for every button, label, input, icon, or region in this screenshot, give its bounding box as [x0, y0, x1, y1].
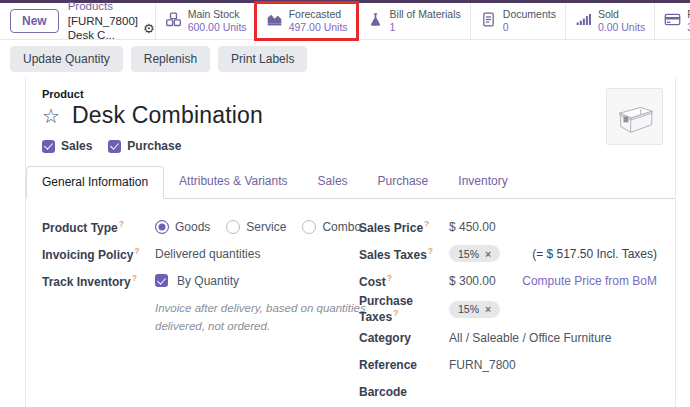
compute-price-from-bom-link[interactable]: Compute Price from BoM — [522, 274, 657, 288]
reference-value[interactable]: FURN_7800 — [449, 358, 516, 372]
credit-card-icon — [664, 11, 681, 31]
radio-dot-icon — [155, 220, 169, 234]
record-kind-label: Product — [42, 88, 659, 100]
invoicing-policy-label: Invoicing Policy? — [42, 246, 155, 262]
checkbox-checked-icon — [42, 140, 55, 153]
tab-sales[interactable]: Sales — [303, 166, 363, 199]
sales-checkbox[interactable]: Sales — [42, 139, 92, 153]
category-label: Category — [359, 331, 449, 345]
tab-purchase[interactable]: Purchase — [363, 166, 444, 199]
product-form-sheet: Product ☆ Desk Combination Sales Purchas… — [25, 78, 676, 407]
help-icon[interactable]: ? — [134, 246, 139, 256]
stat-purchased[interactable]: Purchased 300.00 Units — [654, 3, 690, 39]
track-inventory-value[interactable]: By Quantity — [177, 274, 239, 288]
sales-taxes-label: Sales Taxes? — [359, 246, 449, 262]
purchase-taxes-label: Purchase Taxes? — [359, 294, 449, 324]
barcode-row: Barcode — [359, 378, 659, 405]
stat-value: 600.00 Units — [188, 21, 247, 34]
signal-bars-icon — [575, 11, 592, 31]
flask-icon — [367, 11, 384, 31]
help-icon[interactable]: ? — [132, 273, 137, 283]
remove-tag-icon[interactable]: × — [485, 303, 491, 315]
invoicing-policy-row: Invoicing Policy? Delivered quantities — [42, 240, 359, 267]
cost-label: Cost? — [359, 273, 449, 289]
checkbox-checked-icon — [108, 140, 121, 153]
breadcrumb-products-link[interactable]: Products — [68, 0, 155, 14]
stat-label: Bill of Materials — [390, 8, 461, 21]
radio-dot-icon — [226, 220, 240, 234]
form-left-column: Product Type? Goods Service Combo Invoic… — [42, 213, 359, 407]
reference-label: Reference — [359, 358, 449, 372]
control-panel: New Products [FURN_7800] Desk C... ⚙ Mai… — [0, 3, 690, 40]
track-inventory-row: Track Inventory? By Quantity — [42, 267, 359, 294]
stat-sold[interactable]: Sold 0.00 Units — [565, 3, 654, 39]
remove-tag-icon[interactable]: × — [485, 248, 491, 260]
breadcrumb-current: [FURN_7800] Desk C... — [68, 14, 138, 43]
stat-label: Documents — [503, 8, 556, 21]
product-type-row: Product Type? Goods Service Combo — [42, 213, 359, 240]
category-value[interactable]: All / Saleable / Office Furniture — [449, 331, 612, 345]
stat-label: Forecasted — [289, 8, 348, 21]
stat-value: 0 — [503, 21, 556, 34]
product-type-radio-group: Goods Service Combo — [155, 220, 361, 234]
help-icon[interactable]: ? — [119, 219, 124, 229]
help-icon[interactable]: ? — [428, 246, 433, 256]
settings-gear-icon[interactable]: ⚙ — [143, 22, 155, 35]
breadcrumb: Products [FURN_7800] Desk C... ⚙ — [68, 0, 155, 43]
track-inventory-label: Track Inventory? — [42, 273, 155, 289]
radio-service[interactable]: Service — [226, 220, 286, 234]
cost-value[interactable]: $ 300.00 — [449, 274, 496, 288]
invoicing-policy-value[interactable]: Delivered quantities — [155, 247, 260, 261]
stat-buttons: Main Stock 600.00 Units Forecasted 497.0… — [155, 3, 690, 39]
sales-checkbox-label: Sales — [61, 139, 92, 153]
new-button[interactable]: New — [10, 9, 59, 33]
replenish-button[interactable]: Replenish — [131, 46, 210, 72]
invoicing-policy-help-text: Invoice after delivery, based on quantit… — [155, 300, 370, 336]
tab-attributes-variants[interactable]: Attributes & Variants — [164, 166, 303, 199]
product-title[interactable]: Desk Combination — [72, 102, 263, 129]
purchase-taxes-row: Purchase Taxes? 15%× — [359, 294, 659, 324]
favorite-star-icon[interactable]: ☆ — [42, 106, 60, 126]
sales-taxes-row: Sales Taxes? 15%× (= $ 517.50 Incl. Taxe… — [359, 240, 659, 267]
radio-combo[interactable]: Combo — [302, 220, 361, 234]
desk-drawing — [612, 94, 658, 140]
sales-price-row: Sales Price? $ 450.00 — [359, 213, 659, 240]
stat-value: 0.00 Units — [598, 21, 645, 34]
purchase-checkbox[interactable]: Purchase — [108, 139, 181, 153]
tab-inventory[interactable]: Inventory — [443, 166, 522, 199]
stat-forecasted[interactable]: Forecasted 497.00 Units — [256, 3, 357, 39]
barcode-label: Barcode — [359, 385, 449, 399]
update-quantity-button[interactable]: Update Quantity — [10, 46, 123, 72]
product-image[interactable] — [606, 88, 663, 145]
document-icon — [480, 11, 497, 31]
stat-value: 497.00 Units — [289, 21, 348, 34]
stat-value: 1 — [390, 21, 461, 34]
sales-price-value[interactable]: $ 450.00 — [449, 220, 496, 234]
track-inventory-checkbox[interactable] — [155, 274, 168, 287]
purchase-checkbox-label: Purchase — [127, 139, 181, 153]
notebook-tabs: General Information Attributes & Variant… — [26, 165, 675, 199]
radio-goods[interactable]: Goods — [155, 220, 210, 234]
category-row: Category All / Saleable / Office Furnitu… — [359, 324, 659, 351]
print-labels-button[interactable]: Print Labels — [218, 46, 307, 72]
help-icon[interactable]: ? — [387, 273, 392, 283]
cost-row: Cost? $ 300.00 Compute Price from BoM — [359, 267, 659, 294]
help-icon[interactable]: ? — [393, 308, 398, 318]
area-chart-icon — [266, 11, 283, 31]
stat-documents[interactable]: Documents 0 — [470, 3, 565, 39]
purchase-tax-tag[interactable]: 15%× — [449, 301, 500, 318]
stat-label: Sold — [598, 8, 645, 21]
cubes-icon — [165, 11, 182, 31]
help-icon[interactable]: ? — [424, 219, 429, 229]
stat-main-stock[interactable]: Main Stock 600.00 Units — [155, 3, 256, 39]
sales-tax-tag[interactable]: 15%× — [449, 245, 500, 262]
form-right-column: Sales Price? $ 450.00 Sales Taxes? 15%× … — [359, 213, 659, 407]
stat-bill-of-materials[interactable]: Bill of Materials 1 — [357, 3, 470, 39]
radio-dot-icon — [302, 220, 316, 234]
incl-taxes-note: (= $ 517.50 Incl. Taxes) — [532, 247, 657, 261]
reference-row: Reference FURN_7800 — [359, 351, 659, 378]
tab-general-information[interactable]: General Information — [26, 166, 164, 199]
action-toolbar: Update Quantity Replenish Print Labels — [0, 40, 690, 78]
sales-price-label: Sales Price? — [359, 219, 449, 235]
stat-label: Main Stock — [188, 8, 247, 21]
